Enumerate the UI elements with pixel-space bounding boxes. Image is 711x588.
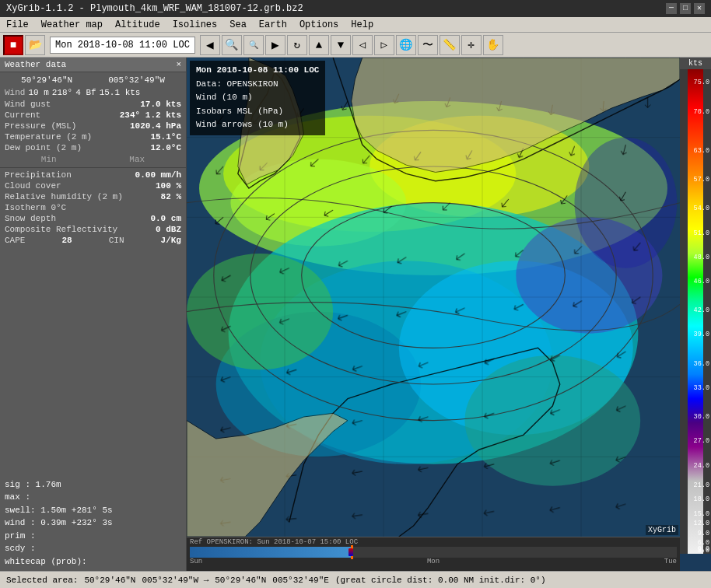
precip-label: Precipitation [5, 170, 72, 180]
status-bar: Selected area: 50°29'46"N 005°32'49"W → … [0, 571, 711, 588]
cin-label: CIN [109, 236, 124, 245]
cape-label: CAPE [5, 236, 25, 245]
reflectivity-label: Composite Reflectivity [5, 225, 117, 234]
dew-val: 12.0°C [150, 143, 181, 152]
wind-dir: 218° [52, 88, 72, 97]
wind-row: Wind 10 m 218° 4 Bf 15.1 kts [0, 86, 186, 99]
color-scale [688, 69, 703, 554]
cin-val: J/Kg [161, 236, 181, 245]
status-dist: (great circle dist: 0.00 NM init.dir: 0°… [335, 576, 546, 585]
measure-btn[interactable]: 📏 [440, 35, 460, 55]
humidity-val: 82 % [161, 192, 181, 201]
nav-up[interactable]: ▲ [309, 35, 329, 55]
timeline-ref: Ref OPENSKIRON: Sun 2018-10-07 15:00 LOC [187, 537, 680, 547]
timeline-labels: Sun Mon Tue [187, 558, 680, 565]
menu-isolines[interactable]: Isolines [166, 17, 224, 32]
prev-time-btn[interactable]: ◀ [200, 35, 220, 55]
status-lon1: 005°32'49"W → [142, 576, 208, 585]
latitude: 50°29'46"N [21, 75, 72, 85]
temp-val: 15.1°C [150, 132, 181, 142]
timeline-progress [190, 547, 351, 558]
cloud-val: 100 % [156, 181, 181, 191]
cursor-btn[interactable]: ✛ [461, 35, 482, 55]
menu-bar: File Weather map Altitude Isolines Sea E… [0, 17, 711, 33]
wind-label: Wind [5, 88, 25, 97]
temp-label: Temperature (2 m) [5, 132, 92, 142]
minimize-btn[interactable]: ─ [666, 3, 677, 14]
status-area-label: Selected area: [6, 576, 78, 585]
scdy-row: scdy : [5, 542, 181, 555]
snow-row: Snow depth 0.0 cm [0, 213, 186, 224]
prim-row: prim : [5, 530, 181, 543]
humidity-row: Relative humidity (2 m) 82 % [0, 191, 186, 202]
zoom-out-btn[interactable]: 🔍 [243, 35, 264, 55]
pressure-label: Pressure (MSL) [5, 121, 76, 131]
status-lat1: 50°29'46"N [84, 576, 135, 585]
zoom-in-btn[interactable]: 🔍 [222, 35, 242, 55]
status-lat2: 50°29'46"N [215, 576, 266, 585]
menu-help[interactable]: Help [345, 17, 380, 32]
snow-val: 0.0 cm [150, 214, 181, 223]
menu-weathermap[interactable]: Weather map [35, 17, 109, 32]
next-time-btn[interactable]: ▶ [265, 35, 285, 55]
max-row: max : [5, 491, 181, 504]
refresh-btn[interactable]: ↻ [287, 35, 307, 55]
left-panel: Weather data × 50°29'46"N 005°32'49"W Wi… [0, 58, 187, 571]
reflectivity-row: Composite Reflectivity 0 dBZ [0, 224, 186, 235]
nav-right[interactable]: ▷ [374, 35, 394, 55]
cape-row: CAPE 28 CIN J/Kg [0, 235, 186, 246]
isotherm-row: Isotherm 0°C [0, 202, 186, 213]
stop-btn[interactable]: ■ [3, 35, 23, 55]
ocean-data-panel: sig : 1.76m max : swell: 1.50m +281° 5s … [0, 475, 186, 572]
cloud-label: Cloud cover [5, 181, 61, 191]
hand-btn[interactable]: ✋ [483, 35, 503, 55]
wind-btn[interactable]: 〜 [418, 35, 438, 55]
close-panel-btn[interactable]: × [176, 60, 181, 69]
nav-left[interactable]: ◁ [352, 35, 373, 55]
wind-gust-val: 17.0 kts [140, 100, 181, 109]
svg-point-12 [464, 355, 640, 486]
dew-row: Dew point (2 m) 12.0°C [0, 142, 186, 153]
menu-earth[interactable]: Earth [253, 17, 293, 32]
nav-down[interactable]: ▼ [331, 35, 351, 55]
menu-file[interactable]: File [0, 17, 35, 32]
globe-btn[interactable]: 🌐 [396, 35, 416, 55]
open-btn[interactable]: 📂 [25, 35, 45, 55]
pressure-row: Pressure (MSL) 1020.4 hPa [0, 121, 186, 131]
current-val: 234° 1.2 kts [120, 110, 181, 120]
menu-sea[interactable]: Sea [223, 17, 253, 32]
svg-point-10 [575, 138, 678, 268]
whitecap-row: whitecap (prob): [5, 555, 181, 569]
timeline[interactable]: Ref OPENSKIRON: Sun 2018-10-07 15:00 LOC… [187, 537, 680, 571]
current-row: Current 234° 1.2 kts [0, 110, 186, 121]
scale-header: kts [680, 58, 711, 69]
cloud-row: Cloud cover 100 % [0, 180, 186, 191]
dew-label: Dew point (2 m) [5, 143, 82, 152]
window-controls[interactable]: ─ □ ✕ [666, 3, 705, 14]
swell-row: swell: 1.50m +281° 5s [5, 504, 181, 517]
humidity-label: Relative humidity (2 m) [5, 192, 123, 201]
status-lon2: 005°32'49"E [272, 576, 329, 585]
wind-bf: 4 Bf [75, 88, 96, 97]
isotherm-label: Isotherm 0°C [5, 203, 66, 212]
wind-row-ocean: wind : 0.39m +232° 3s [5, 516, 181, 530]
weather-map[interactable] [187, 58, 680, 537]
timeline-label-mon: Mon [427, 558, 440, 565]
menu-altitude[interactable]: Altitude [109, 17, 166, 32]
pressure-val: 1020.4 hPa [130, 121, 181, 131]
wind-level: 10 m [28, 88, 48, 97]
min-label: Min [41, 155, 57, 164]
wind-kts: 15.1 kts [100, 88, 141, 97]
reflectivity-val: 0 dBZ [156, 225, 181, 234]
maximize-btn[interactable]: □ [680, 3, 691, 14]
timeline-bar[interactable] [190, 547, 677, 558]
wind-gust-label: Wind gust [5, 100, 51, 109]
menu-options[interactable]: Options [293, 17, 345, 32]
svg-point-11 [187, 254, 333, 369]
close-btn[interactable]: ✕ [694, 3, 705, 14]
timeline-label-sun: Sun [190, 558, 202, 565]
precip-row: Precipitation 0.00 mm/h [0, 170, 186, 180]
map-area[interactable]: Mon 2018-10-08 11:00 LOC Data: OPENSKIRO… [187, 58, 711, 571]
min-max-row: Min Max [0, 153, 186, 166]
color-scale-bar: kts 75.0 70.0 63.0 57.0 54.0 51.0 48.0 4… [680, 58, 711, 554]
